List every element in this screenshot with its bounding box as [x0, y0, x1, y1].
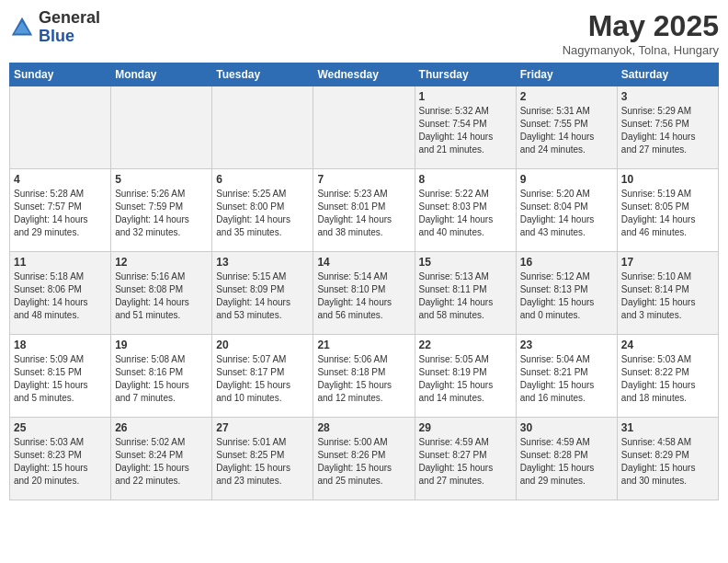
day-number: 27	[216, 421, 309, 434]
day-number: 9	[520, 173, 613, 186]
day-cell: 9Sunrise: 5:20 AM Sunset: 8:04 PM Daylig…	[516, 169, 617, 252]
day-cell: 23Sunrise: 5:04 AM Sunset: 8:21 PM Dayli…	[516, 335, 617, 418]
day-info: Sunrise: 5:07 AM Sunset: 8:17 PM Dayligh…	[216, 353, 309, 405]
week-row-3: 11Sunrise: 5:18 AM Sunset: 8:06 PM Dayli…	[10, 252, 719, 335]
header-row: SundayMondayTuesdayWednesdayThursdayFrid…	[10, 63, 719, 86]
day-number: 20	[216, 339, 309, 351]
day-info: Sunrise: 5:09 AM Sunset: 8:15 PM Dayligh…	[14, 353, 107, 405]
day-info: Sunrise: 5:00 AM Sunset: 8:26 PM Dayligh…	[317, 436, 410, 488]
day-number: 16	[520, 256, 613, 269]
day-number: 24	[621, 339, 714, 351]
location: Nagymanyok, Tolna, Hungary	[563, 43, 719, 57]
week-row-5: 25Sunrise: 5:03 AM Sunset: 8:23 PM Dayli…	[10, 418, 719, 500]
day-number: 26	[115, 421, 208, 434]
day-cell: 1Sunrise: 5:32 AM Sunset: 7:54 PM Daylig…	[415, 86, 516, 169]
day-number: 25	[14, 421, 107, 434]
day-cell: 19Sunrise: 5:08 AM Sunset: 8:16 PM Dayli…	[111, 335, 212, 418]
day-number: 8	[419, 173, 512, 186]
logo-icon	[9, 15, 35, 40]
page-header: General Blue May 2025 Nagymanyok, Tolna,…	[9, 9, 719, 57]
day-info: Sunrise: 5:04 AM Sunset: 8:21 PM Dayligh…	[520, 353, 613, 405]
day-number: 19	[115, 339, 208, 351]
day-number: 31	[621, 421, 714, 434]
day-info: Sunrise: 5:08 AM Sunset: 8:16 PM Dayligh…	[115, 353, 208, 405]
day-cell: 15Sunrise: 5:13 AM Sunset: 8:11 PM Dayli…	[415, 252, 516, 335]
day-number: 11	[14, 256, 107, 269]
day-cell: 22Sunrise: 5:05 AM Sunset: 8:19 PM Dayli…	[415, 335, 516, 418]
logo-blue: Blue	[39, 27, 74, 45]
day-number: 17	[621, 256, 714, 269]
col-header-wednesday: Wednesday	[313, 63, 415, 86]
day-cell: 26Sunrise: 5:02 AM Sunset: 8:24 PM Dayli…	[111, 418, 212, 500]
day-cell: 25Sunrise: 5:03 AM Sunset: 8:23 PM Dayli…	[10, 418, 111, 500]
day-cell	[212, 86, 313, 169]
day-number: 18	[14, 339, 107, 351]
col-header-thursday: Thursday	[415, 63, 516, 86]
day-number: 4	[14, 173, 107, 186]
day-info: Sunrise: 5:25 AM Sunset: 8:00 PM Dayligh…	[216, 188, 309, 239]
day-info: Sunrise: 5:31 AM Sunset: 7:55 PM Dayligh…	[520, 105, 613, 156]
day-cell	[313, 86, 415, 169]
day-cell: 30Sunrise: 4:59 AM Sunset: 8:28 PM Dayli…	[516, 418, 617, 500]
day-number: 13	[216, 256, 309, 269]
day-info: Sunrise: 4:59 AM Sunset: 8:28 PM Dayligh…	[520, 436, 613, 488]
day-info: Sunrise: 5:05 AM Sunset: 8:19 PM Dayligh…	[419, 353, 512, 405]
day-cell: 12Sunrise: 5:16 AM Sunset: 8:08 PM Dayli…	[111, 252, 212, 335]
col-header-sunday: Sunday	[10, 63, 111, 86]
day-info: Sunrise: 5:14 AM Sunset: 8:10 PM Dayligh…	[317, 270, 410, 322]
day-number: 1	[419, 90, 512, 103]
day-cell: 27Sunrise: 5:01 AM Sunset: 8:25 PM Dayli…	[212, 418, 313, 500]
day-number: 15	[419, 256, 512, 269]
day-number: 7	[317, 173, 410, 186]
logo: General Blue	[9, 9, 100, 46]
day-number: 23	[520, 339, 613, 351]
day-info: Sunrise: 5:23 AM Sunset: 8:01 PM Dayligh…	[317, 188, 410, 239]
day-info: Sunrise: 5:13 AM Sunset: 8:11 PM Dayligh…	[419, 270, 512, 322]
day-info: Sunrise: 4:58 AM Sunset: 8:29 PM Dayligh…	[621, 436, 714, 488]
day-info: Sunrise: 5:02 AM Sunset: 8:24 PM Dayligh…	[115, 436, 208, 488]
day-cell	[10, 86, 111, 169]
day-info: Sunrise: 5:18 AM Sunset: 8:06 PM Dayligh…	[14, 270, 107, 322]
day-number: 28	[317, 421, 410, 434]
day-number: 2	[520, 90, 613, 103]
month-title: May 2025	[563, 9, 719, 43]
day-cell: 2Sunrise: 5:31 AM Sunset: 7:55 PM Daylig…	[516, 86, 617, 169]
day-cell: 3Sunrise: 5:29 AM Sunset: 7:56 PM Daylig…	[617, 86, 718, 169]
week-row-1: 1Sunrise: 5:32 AM Sunset: 7:54 PM Daylig…	[10, 86, 719, 169]
day-info: Sunrise: 5:16 AM Sunset: 8:08 PM Dayligh…	[115, 270, 208, 322]
day-info: Sunrise: 5:28 AM Sunset: 7:57 PM Dayligh…	[14, 188, 107, 239]
day-number: 6	[216, 173, 309, 186]
day-cell: 28Sunrise: 5:00 AM Sunset: 8:26 PM Dayli…	[313, 418, 415, 500]
day-info: Sunrise: 5:06 AM Sunset: 8:18 PM Dayligh…	[317, 353, 410, 405]
col-header-monday: Monday	[111, 63, 212, 86]
day-cell: 20Sunrise: 5:07 AM Sunset: 8:17 PM Dayli…	[212, 335, 313, 418]
day-number: 29	[419, 421, 512, 434]
day-info: Sunrise: 5:03 AM Sunset: 8:22 PM Dayligh…	[621, 353, 714, 405]
day-cell: 8Sunrise: 5:22 AM Sunset: 8:03 PM Daylig…	[415, 169, 516, 252]
day-cell: 18Sunrise: 5:09 AM Sunset: 8:15 PM Dayli…	[10, 335, 111, 418]
calendar-table: SundayMondayTuesdayWednesdayThursdayFrid…	[9, 63, 719, 500]
day-number: 12	[115, 256, 208, 269]
day-info: Sunrise: 5:12 AM Sunset: 8:13 PM Dayligh…	[520, 270, 613, 322]
day-cell: 14Sunrise: 5:14 AM Sunset: 8:10 PM Dayli…	[313, 252, 415, 335]
day-info: Sunrise: 5:29 AM Sunset: 7:56 PM Dayligh…	[621, 105, 714, 156]
day-cell: 16Sunrise: 5:12 AM Sunset: 8:13 PM Dayli…	[516, 252, 617, 335]
logo-general: General	[39, 8, 100, 27]
day-number: 10	[621, 173, 714, 186]
col-header-tuesday: Tuesday	[212, 63, 313, 86]
day-info: Sunrise: 5:19 AM Sunset: 8:05 PM Dayligh…	[621, 188, 714, 239]
day-cell: 29Sunrise: 4:59 AM Sunset: 8:27 PM Dayli…	[415, 418, 516, 500]
day-number: 21	[317, 339, 410, 351]
day-cell	[111, 86, 212, 169]
day-info: Sunrise: 5:15 AM Sunset: 8:09 PM Dayligh…	[216, 270, 309, 322]
day-cell: 10Sunrise: 5:19 AM Sunset: 8:05 PM Dayli…	[617, 169, 718, 252]
day-info: Sunrise: 5:32 AM Sunset: 7:54 PM Dayligh…	[419, 105, 512, 156]
day-cell: 6Sunrise: 5:25 AM Sunset: 8:00 PM Daylig…	[212, 169, 313, 252]
title-block: May 2025 Nagymanyok, Tolna, Hungary	[563, 9, 719, 57]
week-row-2: 4Sunrise: 5:28 AM Sunset: 7:57 PM Daylig…	[10, 169, 719, 252]
day-cell: 13Sunrise: 5:15 AM Sunset: 8:09 PM Dayli…	[212, 252, 313, 335]
day-cell: 24Sunrise: 5:03 AM Sunset: 8:22 PM Dayli…	[617, 335, 718, 418]
day-number: 3	[621, 90, 714, 103]
day-number: 14	[317, 256, 410, 269]
day-cell: 11Sunrise: 5:18 AM Sunset: 8:06 PM Dayli…	[10, 252, 111, 335]
